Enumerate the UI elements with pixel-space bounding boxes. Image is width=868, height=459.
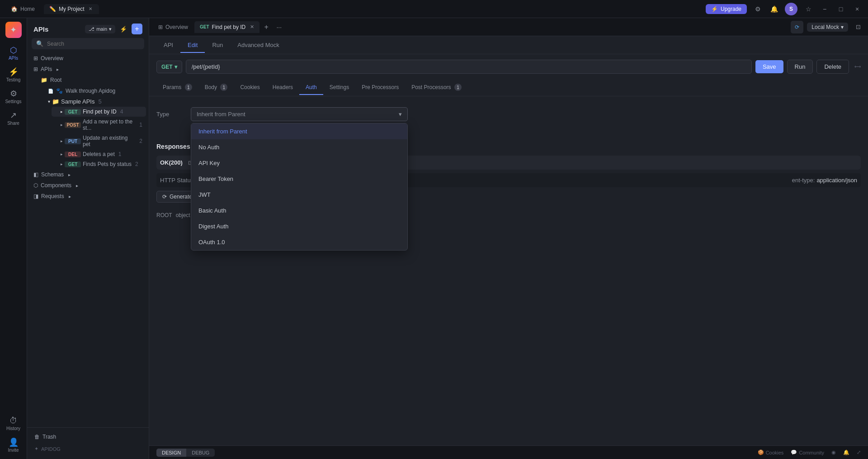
auth-tab[interactable]: Auth [299,80,323,95]
layout-toggle-button[interactable]: ⊡ [852,21,864,33]
home-tab[interactable]: 🏠 Home [5,4,40,14]
expand-item[interactable]: ⤢ [857,450,861,455]
settings-titlebar-icon[interactable]: ⚙ [752,4,763,14]
bookmark-icon[interactable]: ☆ [803,4,814,14]
cookies-bottom-item[interactable]: 🍪 Cookies [758,450,784,455]
status-item[interactable]: ◉ [831,450,836,455]
auth-option-digest-auth[interactable]: Digest Auth [191,218,407,234]
post-processors-tab[interactable]: Post Processors 1 [405,80,468,95]
overview-item[interactable]: ⊞ Overview [30,53,146,64]
sidebar-item-apis[interactable]: ⬡ APIs [3,43,24,63]
auth-option-oauth1[interactable]: OAuth 1.0 [191,234,407,250]
get-badge-find-status: GET [65,161,81,167]
sidebar-item-settings[interactable]: ⚙ Settings [3,87,24,107]
add-tab-button[interactable]: + [260,21,272,33]
find-pet-tab-close[interactable]: ✕ [250,24,254,30]
environment-selector[interactable]: Local Mock ▾ [807,23,848,32]
api-tab[interactable]: API [156,38,180,53]
auth-option-no-auth[interactable]: No Auth [191,139,407,155]
apis-section-item[interactable]: ⊞ APIs ▸ [30,64,146,75]
trash-item[interactable]: 🗑 Trash [31,431,145,442]
update-pet-item[interactable]: ▸ PUT Update an existing pet 2 [52,133,146,149]
add-pet-item[interactable]: ▸ POST Add a new pet to the st... 1 [52,117,146,133]
more-tabs-button[interactable]: ··· [273,21,285,33]
settings-tab[interactable]: Settings [323,80,355,95]
response-status: OK(200) [160,159,183,166]
advanced-mock-tab[interactable]: Advanced Mock [230,38,287,53]
branch-selector[interactable]: ⎇ main ▾ [85,25,115,33]
filter-button[interactable]: ⚡ [118,24,129,34]
minimize-button[interactable]: − [819,4,830,14]
auth-option-jwt[interactable]: JWT [191,187,407,203]
find-pets-status-item[interactable]: ▸ GET Finds Pets by status 2 [52,159,146,169]
requests-item[interactable]: ◨ Requests ▸ [30,191,146,202]
auth-option-basic-auth[interactable]: Basic Auth [191,203,407,218]
upgrade-button[interactable]: ⚡ Upgrade [706,4,747,14]
walk-through-item[interactable]: 📄 🐾 Walk through Apidog [44,85,146,96]
delete-pet-item[interactable]: ▸ DEL Deletes a pet 1 [52,149,146,159]
edit-tab[interactable]: Edit [180,38,205,53]
auth-option-inherit[interactable]: Inherit from Parent [191,123,407,139]
root-item[interactable]: 📁 Root [37,75,146,85]
sidebar-title: APIs [33,25,48,33]
bell-icon: 🔔 [843,450,849,455]
design-tab[interactable]: DESIGN [156,449,186,457]
find-pet-tab[interactable]: GET Find pet by ID ✕ [194,21,259,33]
close-button[interactable]: × [852,4,863,14]
sync-icon[interactable]: ⟳ [791,21,803,33]
root-children: 📄 🐾 Walk through Apidog ▾ 📁 Sample APIs … [37,85,146,169]
notifications-icon[interactable]: 🔔 [769,4,779,14]
sidebar-item-testing[interactable]: ⚡ Testing [3,65,24,85]
titlebar: 🏠 Home ✏️ My Project ✕ ⚡ Upgrade ⚙ 🔔 S ☆… [0,0,868,18]
components-item[interactable]: ⬡ Components ▸ [30,180,146,191]
sample-apis-group[interactable]: ▾ 📁 Sample APIs 5 [44,96,146,107]
method-chevron: ▾ [175,64,177,70]
sidebar-header: APIs ⎇ main ▾ ⚡ + [27,18,149,38]
sidebar-item-invite[interactable]: 👤 Invite [3,435,24,455]
find-pet-tab-method: GET [200,24,209,29]
add-api-button[interactable]: + [132,24,142,34]
headers-tab[interactable]: Headers [266,80,299,95]
run-tab[interactable]: Run [205,38,230,53]
type-dropdown-trigger[interactable]: Inherit from Parent ▾ [191,107,408,121]
schemas-item[interactable]: ◧ Schemas ▸ [30,169,146,180]
auth-dropdown-menu: Inherit from Parent No Auth API Key Bear… [191,123,408,251]
emoji-icon: 🐾 [56,88,63,94]
design-debug-switch: DESIGN DEBUG [156,449,215,457]
sidebar-item-history[interactable]: ⏱ History [3,414,24,434]
history-icon: ⏱ [9,416,18,425]
save-button[interactable]: Save [755,60,783,73]
overview-tab[interactable]: ⊞ Overview [153,21,193,33]
file-sidebar: APIs ⎇ main ▾ ⚡ + 🔍 ⊞ Overview ⊞ [27,18,149,459]
notification-bottom-item[interactable]: 🔔 [843,450,849,455]
community-item[interactable]: 💬 Community [791,450,824,455]
params-tab[interactable]: Params 1 [156,80,198,95]
environment-name: Local Mock [811,24,839,30]
url-input[interactable] [186,60,752,74]
app-logo: ✦ [5,22,22,38]
cookies-tab[interactable]: Cookies [234,80,266,95]
body-tab[interactable]: Body 1 [198,80,234,95]
method-selector[interactable]: GET ▾ [156,61,182,73]
testing-icon: ⚡ [9,68,19,76]
debug-tab[interactable]: DEBUG [186,449,215,457]
overview-tab-icon: ⊞ [158,24,163,30]
project-tab-close[interactable]: ✕ [87,6,94,12]
auth-option-bearer-token[interactable]: Bearer Token [191,171,407,187]
delete-button[interactable]: Delete [816,60,849,74]
resize-handle: ⟷ [854,64,861,69]
chevron-right-icon-3: ▸ [61,139,63,143]
overview-icon: ⊞ [33,55,38,62]
search-input[interactable] [47,41,140,47]
cookies-icon: 🍪 [758,450,764,455]
project-tab[interactable]: ✏️ My Project ✕ [44,4,99,14]
find-pet-item[interactable]: ▸ GET Find pet by ID 4 [52,107,146,117]
auth-option-api-key[interactable]: API Key [191,155,407,171]
pre-processors-tab[interactable]: Pre Processors [355,80,405,95]
run-button[interactable]: Run [787,60,813,74]
sidebar-item-share[interactable]: ↗ Share [3,109,24,128]
titlebar-controls: ⚡ Upgrade ⚙ 🔔 S ☆ − □ × [706,3,863,15]
user-avatar[interactable]: S [785,3,797,15]
find-pets-status-label: Finds Pets by status [83,161,132,167]
maximize-button[interactable]: □ [835,4,846,14]
